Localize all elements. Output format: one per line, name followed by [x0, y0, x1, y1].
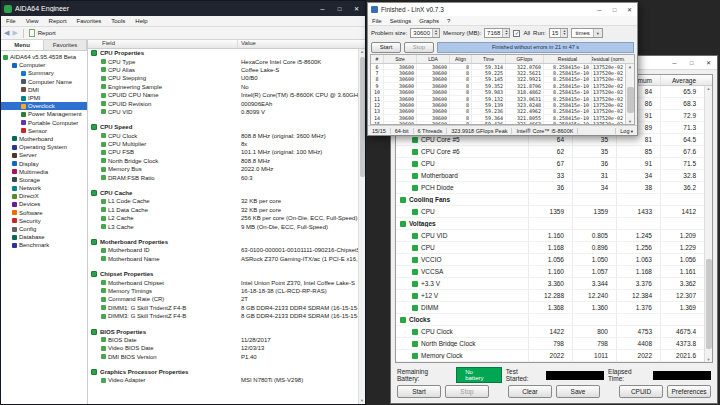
sidebar-tab-favorites[interactable]: Favorites [44, 40, 87, 50]
linx-column-size[interactable]: Size [383, 55, 416, 63]
field-row[interactable]: DRAM:FSB Ratio60:3 [88, 173, 358, 181]
field-row[interactable]: DIMM3: G Skill TridentZ F4-B8 GB DDR4-21… [88, 312, 358, 320]
sidebar-item-power-management[interactable]: Power Management [1, 110, 87, 118]
sensor-item-pch-diode[interactable]: PCH Diode36343836.2 [396, 182, 704, 194]
stop-button[interactable]: Stop [445, 385, 489, 398]
linx-column-residual-norm[interactable]: Residual (norm.) [591, 55, 625, 63]
field-row[interactable]: CPU FSB101.1 MHz (original: 100 MHz) [88, 148, 358, 156]
section-header-row[interactable]: CPU Cache [88, 189, 358, 197]
linx-column-time[interactable]: Time [471, 55, 505, 63]
sidebar-item-display[interactable]: Display [1, 159, 87, 167]
section-header-row[interactable]: Graphics Processor Properties [88, 368, 358, 376]
scroll-up-icon[interactable]: ▲ [629, 64, 631, 69]
linx-column-gflops[interactable]: GFlops [505, 55, 543, 63]
sidebar-item-security[interactable]: Security [1, 217, 87, 225]
section-header-row[interactable]: Motherboard Properties [88, 238, 358, 246]
memory-value[interactable]: 7168 [485, 30, 502, 36]
scroll-down-icon[interactable]: ▼ [360, 398, 364, 404]
problem-size-value[interactable]: 30600 [411, 30, 432, 36]
field-row[interactable]: North Bridge Clock808.8 MHz [88, 157, 358, 165]
sidebar-item-software[interactable]: Software [1, 209, 87, 217]
field-row[interactable]: Motherboard ChipsetIntel Union Point Z37… [88, 278, 358, 286]
menu-report[interactable]: Report [44, 18, 72, 24]
report-button[interactable]: Report [38, 30, 56, 36]
field-row[interactable]: Video BIOS Date12/03/13 [88, 344, 358, 352]
sensor-group-clocks[interactable]: Clocks [396, 314, 704, 326]
sensor-item-north-bridge-clock[interactable]: North Bridge Clock79879844084373.8 [396, 338, 704, 350]
sidebar-item-operating-system[interactable]: Operating System [1, 143, 87, 151]
field-row[interactable]: BIOS Date11/28/2017 [88, 336, 358, 344]
sensor-item-vccio[interactable]: VCCIO1.0561.0501.0631.056 [396, 254, 704, 266]
run-count-spinner[interactable]: 15 ▲▼ [549, 28, 569, 38]
scroll-down-icon[interactable]: ▼ [707, 357, 711, 362]
sidebar-item-portable-computer[interactable]: Portable Computer [1, 119, 87, 127]
sensor-item-cpu[interactable]: CPU1359135914331412 [396, 206, 704, 218]
sidebar-item-computer-name[interactable]: Computer Name [1, 78, 87, 86]
section-header-row[interactable]: CPU Properties [88, 49, 358, 57]
spinner-arrows-icon[interactable]: ▲▼ [560, 29, 567, 37]
field-row[interactable]: CPU TypeHexaCore Intel Core i5-8600K [88, 57, 358, 65]
stop-button[interactable]: Stop [404, 42, 434, 53]
field-row[interactable]: Memory Bus2022.0 MHz [88, 165, 358, 173]
maximize-icon[interactable]: □ [331, 1, 348, 16]
menu-file[interactable]: File [1, 18, 21, 24]
scroll-up-icon[interactable]: ▲ [360, 49, 364, 55]
scroll-thumb[interactable] [706, 259, 712, 349]
minimize-icon[interactable]: ─ [666, 56, 683, 69]
preferences-button[interactable]: Preferences [667, 385, 711, 398]
field-row[interactable]: L2 Cache256 KB per core (On-Die, ECC, Fu… [88, 214, 358, 222]
main-scrollbar[interactable]: ▲ ▼ [358, 49, 365, 404]
run-unit-dropdown[interactable]: times ▼ [571, 28, 602, 38]
sensor-item-dimm[interactable]: DIMM1.3681.3601.3761.369 [396, 302, 704, 314]
memory-spinner[interactable]: 7168 ▲▼ [484, 28, 510, 38]
sensor-item-cpu[interactable]: CPU67369171.5 [396, 158, 704, 170]
menu-tools[interactable]: Tools [106, 18, 130, 24]
sensor-item-memory-clock[interactable]: Memory Clock2022101120222021.6 [396, 350, 704, 362]
run-count-value[interactable]: 15 [550, 30, 561, 36]
section-header-row[interactable]: Chipset Properties [88, 270, 358, 278]
spinner-arrows-icon[interactable]: ▲▼ [502, 29, 509, 37]
chevron-down-icon[interactable]: ▼ [593, 29, 602, 37]
scroll-thumb[interactable] [627, 87, 634, 113]
linx-column-[interactable]: # [371, 55, 383, 63]
field-row[interactable]: L1 Data Cache32 KB per core [88, 206, 358, 214]
maximize-icon[interactable]: □ [683, 56, 700, 69]
value-column-header[interactable]: Value [238, 40, 365, 48]
field-row[interactable]: Command Rate (CR)2T [88, 295, 358, 303]
maximize-icon[interactable]: □ [607, 3, 622, 16]
sidebar-item-devices[interactable]: Devices [1, 200, 87, 208]
sidebar-item-storage[interactable]: Storage [1, 176, 87, 184]
sidebar-item-database[interactable]: Database [1, 233, 87, 241]
close-icon[interactable]: ✕ [348, 1, 365, 16]
sidebar-item-sensor[interactable]: Sensor [1, 127, 87, 135]
sidebar-item-motherboard[interactable]: Motherboard [1, 135, 87, 143]
field-row[interactable]: CPU Multiplier8x [88, 140, 358, 148]
sensor-group-cooling-fans[interactable]: Cooling Fans [396, 194, 704, 206]
menu-favorites[interactable]: Favorites [72, 18, 107, 24]
start-button[interactable]: Start [397, 385, 441, 398]
field-row[interactable]: CPUID CPU NameIntel(R) Core(TM) i5-8600K… [88, 91, 358, 99]
field-row[interactable]: L1 Code Cache32 KB per core [88, 197, 358, 205]
sidebar-item-summary[interactable]: Summary [1, 69, 87, 77]
menu-graphs[interactable]: Graphs [415, 18, 443, 24]
field-row[interactable]: DIMM1: G Skill TridentZ F4-B8 GB DDR4-21… [88, 304, 358, 312]
sensor-group-voltages[interactable]: Voltages [396, 218, 704, 230]
sensor-item-motherboard[interactable]: Motherboard33313432.8 [396, 170, 704, 182]
field-row[interactable]: Video AdapterMSI N780Ti (MS-V298) [88, 376, 358, 384]
field-row[interactable]: DMI BIOS VersionP1.40 [88, 353, 358, 361]
save-button[interactable]: Save [556, 385, 600, 398]
start-button[interactable]: Start [371, 42, 401, 53]
field-row[interactable]: Memory Timings16-18-18-38 (CL-RCD-RP-RAS… [88, 287, 358, 295]
menu-view[interactable]: View [21, 18, 44, 24]
sensor-item-cpu-vid[interactable]: CPU VID1.1600.8051.2451.209 [396, 230, 704, 242]
field-row[interactable]: CPU VID0.8099 V [88, 108, 358, 116]
sensor-item-12-v[interactable]: +12 V12.28812.24012.38412.307 [396, 290, 704, 302]
sensor-column-average[interactable]: Average [660, 75, 704, 85]
problem-size-spinner[interactable]: 30600 ▲▼ [410, 28, 440, 38]
field-row[interactable]: L3 Cache9 MB (On-Die, ECC, Full-Speed) [88, 222, 358, 230]
minimize-icon[interactable]: ─ [592, 3, 607, 16]
sidebar-item-overclock[interactable]: Overclock [1, 102, 87, 110]
scroll-up-icon[interactable]: ▲ [707, 86, 711, 91]
sensor-item-3-3-v[interactable]: +3.3 V3.3603.3443.3763.362 [396, 278, 704, 290]
sidebar-tab-menu[interactable]: Menu [1, 40, 44, 50]
